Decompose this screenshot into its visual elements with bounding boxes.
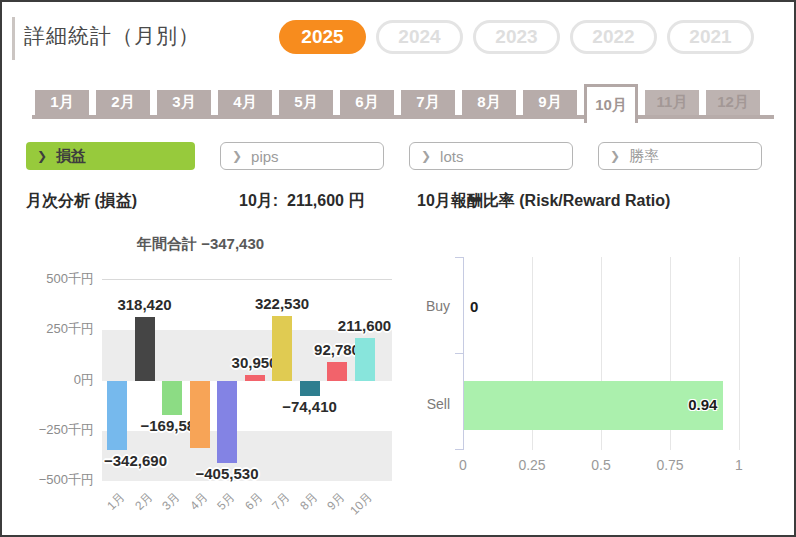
bar-4月[interactable] [190, 381, 210, 448]
filter-label: pips [251, 148, 279, 165]
bar-value-label: 30,950 [232, 354, 278, 371]
bar-value-label: 0.94 [617, 396, 717, 413]
bar-value-label: 211,600 [338, 317, 391, 334]
x-tick-label: 0.75 [656, 457, 683, 473]
category-label-sell: Sell [400, 396, 450, 412]
filter-winrate[interactable]: ❯勝率 [598, 142, 762, 170]
month-total-value: 10月: 211,600 円 [239, 191, 364, 212]
x-tick-label: 0 [459, 457, 467, 473]
x-tick-label: 2月 [131, 489, 156, 514]
bar-8月[interactable] [300, 381, 320, 396]
x-tick-label: 8月 [296, 489, 321, 514]
chevron-right-icon: ❯ [421, 149, 431, 163]
month-tab-6[interactable]: 6月 [340, 90, 394, 115]
bar-value-label: 0 [470, 298, 478, 315]
bar-value-label: 322,530 [255, 295, 309, 312]
bar-value-label: −405,530 [196, 465, 259, 482]
category-label-buy: Buy [400, 298, 450, 314]
bar-6月[interactable] [245, 375, 265, 381]
month-tab-2[interactable]: 2月 [96, 90, 150, 115]
month-tab-1[interactable]: 1月 [35, 90, 89, 115]
monthly-pnl-chart: −342,6901月318,4202月−169,5803月4月−405,5305… [102, 279, 392, 504]
x-tick-label: 0.25 [518, 457, 545, 473]
bar-10月[interactable] [355, 338, 375, 381]
year-pill-2025[interactable]: 2025 [279, 20, 366, 54]
y-tick-label: −500千円 [39, 471, 94, 489]
filter-lots[interactable]: ❯lots [409, 142, 573, 170]
bar-2月[interactable] [135, 317, 155, 381]
month-tab-11: 11月 [645, 90, 699, 115]
statistics-panel: 詳細統計（月別） 20252024202320222021 1月2月3月4月5月… [0, 0, 796, 537]
x-tick-label: 4月 [186, 489, 211, 514]
filter-label: lots [440, 148, 463, 165]
month-tab-4[interactable]: 4月 [218, 90, 272, 115]
y-axis: 500千円250千円0円−250千円−500千円 [18, 2, 94, 537]
y-tick-label: 250千円 [46, 320, 94, 338]
chevron-right-icon: ❯ [610, 149, 620, 163]
x-tick-label: 3月 [159, 489, 184, 514]
month-tab-8[interactable]: 8月 [462, 90, 516, 115]
axis-tick [455, 353, 463, 354]
bar-1月[interactable] [107, 381, 127, 450]
month-tab-12: 12月 [706, 90, 760, 115]
bar-7月[interactable] [272, 316, 292, 381]
bar-value-label: −342,690 [104, 452, 167, 469]
chevron-right-icon: ❯ [232, 149, 242, 163]
bar-value-label: 318,420 [117, 296, 171, 313]
y-tick-label: 500千円 [46, 270, 94, 288]
year-selector: 20252024202320222021 [279, 20, 754, 54]
year-pill-2021[interactable]: 2021 [667, 20, 754, 54]
x-tick-label: 1月 [104, 489, 129, 514]
y-tick-label: 0円 [74, 371, 94, 389]
bar-3月[interactable] [162, 381, 182, 415]
y-tick-label: −250千円 [39, 421, 94, 439]
month-tab-3[interactable]: 3月 [157, 90, 211, 115]
x-tick-label: 1 [735, 457, 743, 473]
filter-pips[interactable]: ❯pips [220, 142, 384, 170]
x-tick-label: 6月 [241, 489, 266, 514]
month-tab-bar: 1月2月3月4月5月6月7月8月9月10月11月12月 [35, 90, 767, 123]
month-tab-7[interactable]: 7月 [401, 90, 455, 115]
risk-reward-chart: 00.250.50.751Buy0Sell0.94 [463, 257, 739, 450]
month-tab-10[interactable]: 10月 [584, 84, 638, 123]
x-tick-label: 7月 [269, 489, 294, 514]
bar-5月[interactable] [217, 381, 237, 463]
year-pill-2022[interactable]: 2022 [570, 20, 657, 54]
x-tick-label: 0.5 [591, 457, 610, 473]
bar-value-label: −74,410 [282, 398, 337, 415]
x-tick-label: 9月 [324, 489, 349, 514]
month-tab-5[interactable]: 5月 [279, 90, 333, 115]
bar-9月[interactable] [327, 362, 347, 381]
axis-tick [455, 449, 463, 450]
annual-total-label: 年間合計 −347,430 [137, 235, 264, 254]
bar-value-label: 92,780 [314, 341, 360, 358]
axis-tick [455, 257, 463, 258]
filter-label: 勝率 [629, 147, 659, 166]
gridline [739, 257, 740, 450]
x-tick-label: 5月 [214, 489, 239, 514]
x-tick-label: 10月 [347, 489, 377, 519]
risk-reward-title: 10月報酬比率 (Risk/Reward Ratio) [417, 191, 670, 212]
title-accent-bar [12, 17, 15, 60]
year-pill-2023[interactable]: 2023 [473, 20, 560, 54]
month-tab-9[interactable]: 9月 [523, 90, 577, 115]
year-pill-2024[interactable]: 2024 [376, 20, 463, 54]
metric-filter-bar: ❯損益❯pips❯lots❯勝率 [26, 142, 762, 170]
